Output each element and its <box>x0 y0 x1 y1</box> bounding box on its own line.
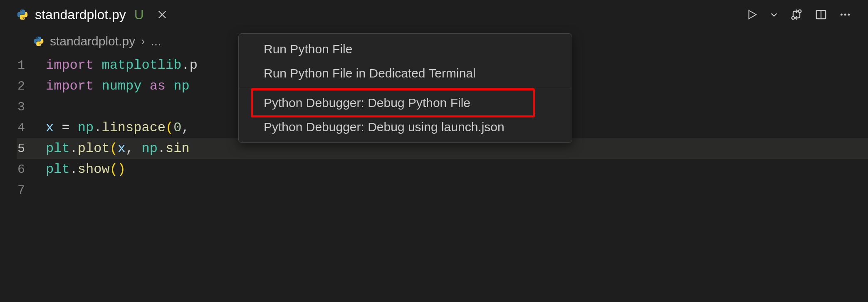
menu-item[interactable]: Python Debugger: Debug using launch.json <box>239 115 572 139</box>
close-icon[interactable] <box>156 8 169 21</box>
menu-item[interactable]: Run Python File <box>239 37 572 61</box>
chevron-right-icon: › <box>141 35 145 48</box>
line-number: 7 <box>17 180 46 201</box>
menu-item[interactable]: Python Debugger: Debug Python File <box>239 91 572 115</box>
svg-point-4 <box>841 14 843 16</box>
svg-point-6 <box>848 14 850 16</box>
split-editor-icon[interactable] <box>815 8 827 21</box>
line-number: 4 <box>17 117 46 138</box>
breadcrumb-more[interactable]: ... <box>151 34 161 48</box>
python-icon <box>33 36 44 47</box>
code-line[interactable]: 6plt.show() <box>17 159 868 180</box>
code-content[interactable]: x = np.linspace(0, <box>46 117 198 138</box>
svg-point-1 <box>799 10 801 13</box>
breadcrumb-filename[interactable]: standardplot.py <box>50 34 135 48</box>
code-content[interactable]: plt.plot(x, np.sin <box>46 138 190 159</box>
toolbar-right <box>746 8 860 21</box>
line-number: 5 <box>17 138 46 159</box>
menu-separator <box>239 88 572 88</box>
line-number: 3 <box>17 97 46 117</box>
run-icon[interactable] <box>746 8 758 21</box>
run-context-menu: Run Python FileRun Python File in Dedica… <box>238 33 572 143</box>
compare-changes-icon[interactable] <box>790 8 803 21</box>
code-content[interactable]: import matplotlib.p <box>46 55 198 76</box>
line-number: 6 <box>17 159 46 180</box>
code-content[interactable]: import numpy as np <box>46 76 190 97</box>
tab-filename: standardplot.py <box>35 7 126 22</box>
svg-point-0 <box>792 17 795 20</box>
tab-bar: standardplot.py U <box>0 0 868 29</box>
python-icon <box>17 9 28 20</box>
menu-item[interactable]: Run Python File in Dedicated Terminal <box>239 61 572 85</box>
svg-point-5 <box>844 14 846 16</box>
more-icon[interactable] <box>839 8 851 21</box>
code-line[interactable]: 7 <box>17 180 868 201</box>
line-number: 2 <box>17 76 46 97</box>
line-number: 1 <box>17 55 46 76</box>
tab-modified-indicator: U <box>134 7 144 22</box>
chevron-down-icon[interactable] <box>770 10 778 19</box>
editor-tab[interactable]: standardplot.py U <box>8 0 177 29</box>
code-content[interactable]: plt.show() <box>46 159 126 180</box>
